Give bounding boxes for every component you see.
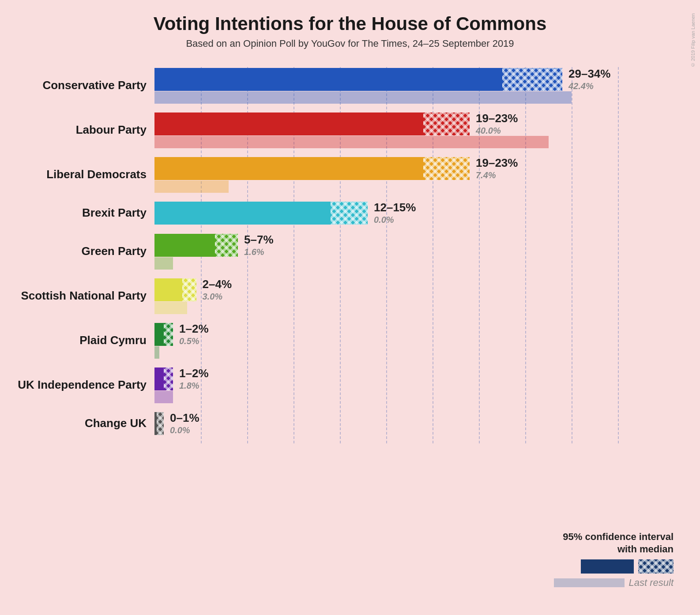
party-label: Scottish National Party — [18, 289, 154, 303]
extend-bar-row — [154, 391, 682, 403]
party-row: Plaid Cymru1–2%0.5% — [18, 322, 682, 359]
bar-sublabel: 0.0% — [170, 425, 199, 435]
bar-row: 12–15%0.0% — [154, 201, 682, 225]
party-label: UK Independence Party — [18, 378, 154, 392]
last-result-bar — [154, 136, 549, 148]
bar-section: 5–7%1.6% — [154, 233, 682, 270]
copyright: © 2019 Filip van Laenen — [690, 13, 696, 68]
bar-value-label: 5–7%1.6% — [244, 233, 274, 257]
bar-hatch — [215, 234, 238, 257]
legend: 95% confidence intervalwith median Last … — [554, 531, 674, 589]
bar-solid — [154, 323, 164, 346]
party-label: Green Party — [18, 244, 154, 258]
party-label: Labour Party — [18, 123, 154, 137]
party-row: Brexit Party12–15%0.0% — [18, 201, 682, 225]
bar-solid — [154, 112, 423, 135]
bar-solid — [154, 234, 215, 257]
last-result-bar — [154, 257, 173, 270]
party-row: Labour Party19–23%40.0% — [18, 112, 682, 148]
party-label: Change UK — [18, 416, 154, 430]
chart-container: Voting Intentions for the House of Commo… — [0, 0, 700, 615]
bar-value-label: 1–2%1.8% — [179, 367, 209, 391]
legend-items — [554, 559, 674, 574]
bar-row: 2–4%3.0% — [154, 278, 682, 302]
bar-sublabel: 1.6% — [244, 247, 274, 257]
party-row: Conservative Party29–34%42.4% — [18, 67, 682, 104]
bar-solid — [154, 368, 164, 390]
bar-section: 29–34%42.4% — [154, 67, 682, 104]
bar-hatch — [423, 157, 470, 180]
bar-solid — [154, 157, 423, 180]
bar-section: 19–23%7.4% — [154, 156, 682, 193]
bar-hatch — [423, 112, 470, 135]
party-label: Liberal Democrats — [18, 168, 154, 181]
bar-sublabel: 1.8% — [179, 381, 209, 391]
bar-value-label: 29–34%42.4% — [568, 67, 610, 91]
bar-sublabel: 7.4% — [476, 170, 518, 180]
bar-section: 19–23%40.0% — [154, 112, 682, 148]
bar-section: 2–4%3.0% — [154, 278, 682, 314]
party-label: Plaid Cymru — [18, 334, 154, 347]
extend-bar-row — [154, 302, 682, 314]
bar-sublabel: 3.0% — [203, 292, 232, 302]
extend-bar-row — [154, 91, 682, 104]
party-label: Conservative Party — [18, 79, 154, 92]
last-result-bar — [154, 302, 187, 314]
last-result-bar — [154, 346, 159, 359]
chart-title: Voting Intentions for the House of Commo… — [18, 13, 682, 34]
bar-hatch — [164, 323, 173, 346]
bar-hatch — [502, 68, 563, 91]
last-result-bar — [154, 391, 173, 403]
bar-sublabel: 0.5% — [179, 336, 209, 346]
bar-row: 0–1%0.0% — [154, 411, 682, 435]
bar-hatch — [164, 368, 173, 390]
extend-bar-row — [154, 257, 682, 270]
bar-section: 1–2%0.5% — [154, 322, 682, 359]
bar-section: 0–1%0.0% — [154, 411, 682, 435]
bar-value-label: 1–2%0.5% — [179, 322, 209, 346]
party-row: Green Party5–7%1.6% — [18, 233, 682, 270]
party-row: Scottish National Party2–4%3.0% — [18, 278, 682, 314]
legend-hatch-bar — [638, 559, 674, 574]
bar-row: 19–23%40.0% — [154, 112, 682, 136]
bar-row: 19–23%7.4% — [154, 156, 682, 180]
bar-solid — [154, 68, 502, 91]
bar-row: 5–7%1.6% — [154, 233, 682, 257]
legend-title: 95% confidence intervalwith median — [554, 531, 674, 556]
chart-subtitle: Based on an Opinion Poll by YouGov for T… — [18, 38, 682, 49]
bar-sublabel: 0.0% — [374, 215, 416, 225]
party-label: Brexit Party — [18, 206, 154, 220]
bar-row: 1–2%1.8% — [154, 367, 682, 391]
bar-value-label: 19–23%7.4% — [476, 156, 518, 180]
bar-solid — [154, 202, 331, 225]
bar-hatch — [182, 278, 196, 301]
party-row: UK Independence Party1–2%1.8% — [18, 367, 682, 403]
party-row: Liberal Democrats19–23%7.4% — [18, 156, 682, 193]
bar-hatch — [331, 202, 368, 225]
bars-area: Conservative Party29–34%42.4%Labour Part… — [18, 67, 682, 443]
bar-value-label: 19–23%40.0% — [476, 112, 518, 136]
bar-value-label: 0–1%0.0% — [170, 411, 199, 435]
extend-bar-row — [154, 346, 682, 359]
legend-last-bar — [554, 578, 625, 587]
extend-bar-row — [154, 180, 682, 193]
last-result-bar — [154, 91, 572, 104]
bar-solid — [154, 278, 182, 301]
bar-hatch — [157, 412, 164, 435]
party-row: Change UK0–1%0.0% — [18, 411, 682, 435]
bar-sublabel: 40.0% — [476, 126, 518, 136]
legend-ci-bar — [581, 559, 634, 574]
legend-last-label: Last result — [629, 577, 674, 589]
bar-row: 29–34%42.4% — [154, 67, 682, 91]
bar-section: 1–2%1.8% — [154, 367, 682, 403]
bar-value-label: 12–15%0.0% — [374, 201, 416, 225]
bar-sublabel: 42.4% — [568, 81, 610, 91]
extend-bar-row — [154, 136, 682, 148]
bar-value-label: 2–4%3.0% — [203, 278, 232, 302]
bar-section: 12–15%0.0% — [154, 201, 682, 225]
last-result-bar — [154, 180, 229, 193]
bar-row: 1–2%0.5% — [154, 322, 682, 346]
